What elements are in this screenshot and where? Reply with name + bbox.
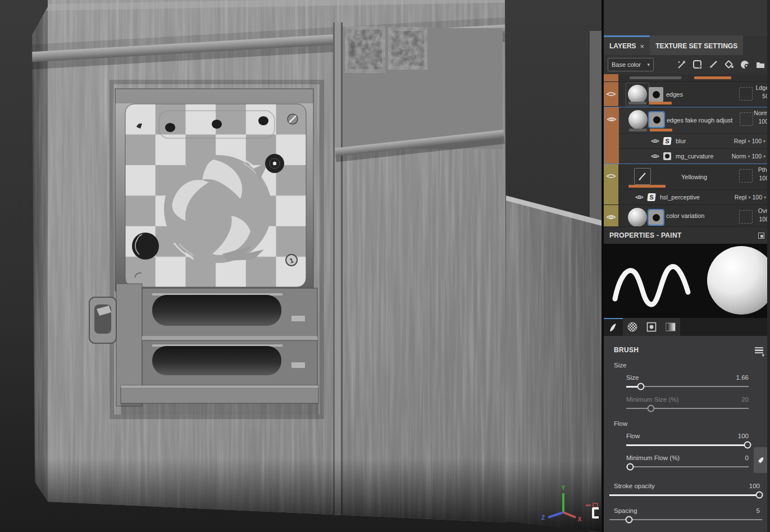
minimum-size-slider[interactable] [626, 404, 749, 412]
substance-filter-icon: S [648, 193, 655, 201]
add-effect-icon[interactable] [677, 60, 687, 70]
add-smart-mask-icon[interactable] [692, 60, 703, 70]
layer-effect-row[interactable]: mg_curvature Norm ▾ 100 ▾ [619, 148, 769, 163]
layer-visibility-toggle[interactable] [604, 205, 618, 226]
substance-filter-icon: S [663, 137, 671, 145]
layer-effect-row[interactable]: S hsl_perceptive Repl ▾ 100 ▾ [618, 189, 770, 204]
effect-visibility-toggle[interactable] [651, 138, 659, 144]
paint-layer-thumbnail[interactable] [634, 168, 651, 185]
preset-menu-icon[interactable]: ▾ [755, 347, 763, 353]
tab-layers-label: LAYERS [609, 42, 636, 50]
stroke-opacity-value[interactable]: 100 [749, 483, 760, 489]
effect-opacity[interactable]: 100 [752, 194, 762, 201]
undock-icon[interactable] [758, 233, 764, 239]
effect-opacity[interactable]: 100 [751, 138, 762, 144]
channel-selector-value: Base color [612, 61, 641, 68]
stencil-icon [646, 321, 657, 333]
effect-name: hsl_perceptive [660, 194, 735, 201]
spacing-value[interactable]: 5 [757, 507, 760, 514]
spacing-slider[interactable] [609, 515, 762, 524]
brush-preview [604, 244, 770, 318]
minimum-flow-slider[interactable] [626, 462, 749, 471]
channel-selector-dropdown[interactable]: Base color ▾ [608, 58, 654, 71]
3d-viewport[interactable]: 1 [0, 0, 602, 532]
layer-row-selected[interactable]: edges fake rough adjust Norm 100 S blur [604, 107, 770, 164]
flow-pen-pressure-button[interactable] [754, 447, 768, 473]
eye-open-icon [651, 138, 659, 144]
chevron-down-icon: ▾ [748, 154, 750, 159]
layer-opacity: 100 [744, 215, 769, 224]
flow-group-label: Flow [604, 412, 770, 427]
right-dock-panel: LAYERS × TEXTURE SET SETTINGS Base color… [604, 0, 770, 532]
layer-row[interactable]: Yellowing Pthr 100 S hsl_perceptive [604, 164, 770, 205]
viewport-scene: 1 [0, 0, 602, 532]
size-label: Size [626, 374, 639, 381]
layer-thumbnail[interactable] [628, 110, 648, 129]
flow-value[interactable]: 100 [738, 433, 749, 439]
effect-visibility-toggle[interactable] [651, 153, 659, 159]
effect-blend-mode[interactable]: Norm [732, 153, 746, 160]
tab-texture-set-settings[interactable]: TEXTURE SET SETTINGS [650, 35, 743, 55]
add-fill-layer-icon[interactable] [724, 60, 734, 70]
minimum-flow-slider-row: Minimum Flow (%) 0 [626, 453, 749, 471]
effect-name: blur [676, 138, 734, 144]
layer-thumbnail[interactable] [628, 85, 647, 104]
flow-slider[interactable] [626, 440, 749, 449]
layer-mask-thumbnail[interactable] [649, 112, 664, 127]
layer-row[interactable]: edges Ldge 50 [604, 82, 770, 107]
add-smart-material-icon[interactable] [740, 60, 750, 70]
size-value[interactable]: 1.66 [736, 374, 749, 381]
layer-thumbnail[interactable] [628, 208, 647, 226]
tab-layers[interactable]: LAYERS × [604, 35, 650, 55]
axis-x-label: X [578, 516, 582, 522]
substance-painter-window: 1 [0, 0, 770, 532]
add-paint-layer-icon[interactable] [708, 60, 718, 70]
layer-mask-thumbnail[interactable] [649, 210, 663, 225]
layer-blend-mode: Norm [744, 109, 768, 117]
layer-opacity: 100 [744, 174, 769, 183]
chevron-down-icon: ▾ [647, 62, 650, 67]
size-slider-row: Size 1.66 [626, 372, 749, 390]
close-icon[interactable]: × [640, 42, 645, 51]
paint-mode-tabs [604, 318, 770, 336]
layer-row-partial[interactable] [604, 74, 770, 82]
layer-stack-list: edges Ldge 50 [604, 74, 770, 227]
layer-blend-mode: Ldge [744, 84, 769, 92]
spacing-label: Spacing [614, 507, 637, 514]
effect-opacity[interactable]: 100 [751, 153, 762, 160]
chevron-down-icon: ▾ [763, 154, 766, 159]
layer-effect-row[interactable]: S blur Repl ▾ 100 ▾ [619, 133, 769, 148]
layer-visibility-toggle[interactable] [604, 164, 618, 204]
layer-visibility-toggle[interactable] [604, 82, 618, 106]
properties-header: PROPERTIES - PAINT [604, 227, 770, 244]
layer-opacity: 50 [744, 92, 769, 101]
brush-stroke-icon [608, 322, 619, 333]
panel-scrollbar[interactable] [767, 0, 770, 532]
layer-visibility-toggle[interactable] [604, 107, 619, 163]
layer-mask-thumbnail[interactable] [649, 87, 663, 102]
material-sphere-preview [707, 246, 770, 315]
effect-blend-mode[interactable]: Repl [735, 194, 747, 201]
add-folder-icon[interactable] [755, 60, 766, 70]
minimum-flow-label: Minimum Flow (%) [626, 454, 680, 461]
tab-grayscale[interactable] [661, 318, 680, 336]
minimum-flow-value[interactable]: 0 [745, 454, 749, 461]
tab-brush[interactable] [604, 318, 623, 336]
effect-blend-mode[interactable]: Repl [734, 138, 746, 144]
stroke-opacity-slider[interactable] [609, 490, 762, 499]
brush-section-title: BRUSH [614, 346, 639, 354]
stroke-opacity-label: Stroke opacity [614, 483, 655, 489]
tab-texture-set-settings-label: TEXTURE SET SETTINGS [655, 42, 737, 50]
tab-stencil[interactable] [642, 318, 661, 336]
effect-visibility-toggle[interactable] [635, 194, 644, 200]
size-slider[interactable] [626, 382, 749, 390]
layer-blend-mode: Pthr [744, 166, 769, 174]
eye-open-icon [607, 116, 617, 122]
eye-closed-icon [606, 91, 616, 97]
tab-alpha[interactable] [623, 318, 642, 336]
minimum-size-value[interactable]: 20 [741, 396, 749, 403]
chevron-down-icon: ▾ [763, 139, 766, 144]
layer-row[interactable]: color variation Ovrl 100 [604, 205, 770, 227]
viewport-panel-collapse-button[interactable] [592, 507, 599, 519]
flow-slider-row: Flow 100 [626, 431, 749, 449]
